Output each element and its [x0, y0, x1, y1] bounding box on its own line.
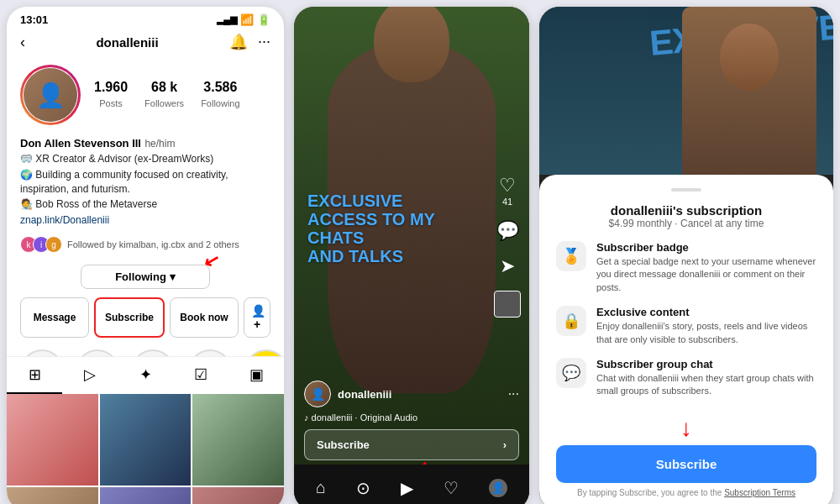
profile-username: donalleniii: [96, 35, 158, 50]
reel-user-avatar[interactable]: 👤: [304, 381, 331, 407]
highlight-snap-circle: 👻: [244, 349, 284, 356]
reel-subscribe-label: Subscribe: [317, 438, 370, 451]
like-action[interactable]: ♡ 41: [499, 175, 516, 207]
time: 13:01: [20, 13, 48, 26]
highlight-xr-circle: 🕶️: [76, 349, 119, 356]
followers-label: Followers: [144, 98, 184, 108]
feature-badge-title: Subscriber badge: [596, 241, 816, 254]
add-friend-button[interactable]: 👤+: [244, 297, 270, 338]
subscription-terms-link[interactable]: Subscription Terms: [724, 488, 795, 497]
feature-badge: 🏅 Subscriber badge Get a special badge n…: [556, 241, 816, 294]
message-button[interactable]: Message: [20, 297, 89, 338]
feature-groupchat-desc: Chat with donalleniii when they start gr…: [596, 372, 816, 398]
photo-grid: [7, 394, 284, 504]
highlight-testimonials-circle: 👤: [188, 349, 232, 356]
tab-grid[interactable]: ⊞: [7, 357, 62, 394]
battery-icon: 🔋: [257, 13, 270, 26]
reel-nav-search[interactable]: ⊙: [356, 478, 370, 498]
subscription-title: donalleniii's subscription: [556, 203, 816, 218]
bio-line-1: 🥽 XR Creator & Advisor (ex-DreamWorks): [20, 152, 270, 166]
heart-icon: ♡: [499, 175, 516, 197]
reel-thumbnail[interactable]: [494, 291, 521, 318]
reel-nav-profile[interactable]: 👤: [489, 479, 507, 497]
stats-grid: 1.960 Posts 68 k Followers 3.586 Followi…: [94, 80, 270, 110]
bottom-sheet-handle: [671, 188, 701, 192]
reel-username: donalleniii: [338, 388, 501, 401]
bio-line-3: 🧑‍🎨 Bob Ross of the Metaverse: [20, 197, 270, 212]
comment-icon: 💬: [496, 220, 519, 242]
reel-nav: ⌂ ⊙ ▶ ♡ 👤: [294, 465, 529, 504]
profile-stats: 👤 1.960 Posts 68 k Followers 3.586 Follo…: [7, 58, 284, 132]
bio-name: Don Allen Stevenson III he/him: [20, 135, 270, 150]
share-icon: ➤: [500, 255, 515, 277]
book-button[interactable]: Book now: [170, 297, 239, 338]
more-icon[interactable]: ···: [258, 33, 270, 51]
following-label: Following: [201, 98, 239, 108]
signal-icon: ▂▄▆: [217, 14, 237, 25]
subscribe-button-area: ↓ Subscribe By tapping Subscribe, you ag…: [556, 415, 816, 497]
photo-4[interactable]: [7, 487, 98, 504]
following-stat: 3.586 Following: [201, 80, 239, 110]
feature-groupchat-title: Subscriber group chat: [596, 358, 816, 370]
reel-nav-heart[interactable]: ♡: [444, 478, 459, 498]
subscription-panel: EXCLUSIVE donalleniii's subscription $4.…: [539, 7, 833, 504]
posts-stat: 1.960 Posts: [94, 80, 128, 110]
posts-count: 1.960: [94, 80, 128, 95]
avatar[interactable]: 👤: [20, 65, 81, 125]
reel-nav-reels[interactable]: ▶: [401, 478, 413, 498]
subscription-header-image: EXCLUSIVE: [539, 7, 833, 175]
profile-panel: 13:01 ▂▄▆ 📶 🔋 ‹ donalleniii 🔔 ··· 👤 1.96…: [7, 7, 284, 504]
tab-saved[interactable]: ☑: [173, 357, 228, 394]
feature-groupchat: 💬 Subscriber group chat Chat with donall…: [556, 358, 816, 398]
followed-by: k i g Followed by kimalban, ig.cbx and 2…: [7, 233, 284, 260]
subscription-terms: By tapping Subscribe, you agree to the S…: [556, 488, 816, 497]
feature-exclusive-title: Exclusive content: [596, 306, 816, 318]
follower-avatars: k i g: [20, 236, 62, 253]
reel-user-row: 👤 donalleniii ···: [304, 381, 519, 407]
tab-shop[interactable]: ▣: [228, 357, 284, 394]
tab-tagged[interactable]: ✦: [118, 357, 173, 394]
comment-action[interactable]: 💬: [496, 220, 519, 242]
bio-link[interactable]: znap.link/Donalleniii: [20, 214, 270, 226]
reel-side-actions: ♡ 41 💬 ➤: [494, 175, 521, 318]
back-button[interactable]: ‹: [20, 34, 25, 51]
status-icons: ▂▄▆ 📶 🔋: [217, 13, 270, 26]
feature-exclusive-text: Exclusive content Enjoy donalleniii's st…: [596, 306, 816, 346]
feature-exclusive: 🔒 Exclusive content Enjoy donalleniii's …: [556, 306, 816, 346]
feature-groupchat-text: Subscriber group chat Chat with donallen…: [596, 358, 816, 398]
avatar-image: 👤: [24, 68, 77, 122]
following-button[interactable]: Following ▾ ↙: [81, 265, 210, 289]
feature-badge-text: Subscriber badge Get a special badge nex…: [596, 241, 816, 294]
following-count: 3.586: [201, 80, 239, 95]
tab-reels[interactable]: ▷: [62, 357, 118, 394]
red-down-arrow-icon: ↓: [556, 415, 816, 442]
notification-icon[interactable]: 🔔: [229, 33, 248, 51]
photo-6[interactable]: [192, 487, 284, 504]
reel-nav-home[interactable]: ⌂: [316, 478, 326, 497]
feature-exclusive-desc: Enjoy donalleniii's story, posts, reels …: [596, 320, 816, 346]
reel-bottom: 👤 donalleniii ··· ♪ donalleniii · Origin…: [294, 381, 529, 460]
photo-1[interactable]: [7, 394, 98, 486]
person-head: [374, 7, 449, 82]
photo-2[interactable]: [100, 394, 192, 486]
subscription-details: donalleniii's subscription $4.99 monthly…: [539, 175, 833, 504]
reel-more-icon[interactable]: ···: [508, 386, 519, 402]
tab-row: ⊞ ▷ ✦ ☑ ▣: [7, 356, 284, 394]
photo-5[interactable]: [100, 487, 192, 504]
status-bar: 13:01 ▂▄▆ 📶 🔋: [7, 7, 284, 29]
subscribe-main-button[interactable]: Subscribe: [556, 445, 816, 483]
posts-label: Posts: [99, 98, 123, 108]
reel-panel: EXCLUSIVE ACCESS TO MY CHATS AND TALKS ♡…: [294, 7, 529, 504]
reel-subscribe-bar[interactable]: Subscribe › ↙: [304, 429, 519, 460]
like-count: 41: [499, 197, 516, 207]
photo-3[interactable]: [192, 394, 284, 486]
sub-person-thumbnail: [682, 7, 816, 175]
wifi-icon: 📶: [240, 13, 254, 26]
subscribe-button[interactable]: Subscribe: [94, 297, 165, 338]
groupchat-icon: 💬: [556, 358, 586, 388]
share-action[interactable]: ➤: [500, 255, 515, 277]
followers-count: 68 k: [144, 80, 184, 95]
following-btn-row: Following ▾ ↙: [7, 260, 284, 294]
reel-subscribe-arrow: ›: [503, 438, 507, 451]
followed-text: Followed by kimalban, ig.cbx and 2 other…: [67, 239, 239, 249]
